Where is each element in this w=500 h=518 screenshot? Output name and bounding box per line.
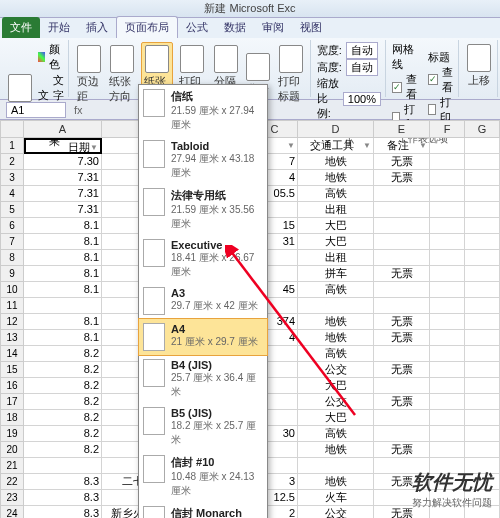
col-header[interactable]: A xyxy=(24,120,102,138)
cell[interactable]: 出租 xyxy=(298,250,374,266)
cell[interactable]: 8.3 xyxy=(24,474,102,490)
cell[interactable]: 8.2 xyxy=(24,426,102,442)
row-header[interactable]: 16 xyxy=(0,378,24,394)
cell[interactable]: 日期▼ xyxy=(24,138,102,154)
name-box[interactable]: A1 xyxy=(6,102,66,118)
row-header[interactable]: 6 xyxy=(0,218,24,234)
width-select[interactable]: 自动 xyxy=(346,42,378,59)
pagesize-option[interactable]: 信封 Monarch9.84 厘米 x 19.05 厘米 xyxy=(139,502,267,518)
row-header[interactable]: 13 xyxy=(0,330,24,346)
pagesize-option[interactable]: B4 (JIS)25.7 厘米 x 36.4 厘米 xyxy=(139,355,267,403)
colors-button[interactable]: 颜色 xyxy=(38,42,64,72)
row-header[interactable]: 10 xyxy=(0,282,24,298)
cell[interactable] xyxy=(430,410,465,426)
cell[interactable]: 无票 xyxy=(374,394,430,410)
pagesize-option[interactable]: Tabloid27.94 厘米 x 43.18 厘米 xyxy=(139,136,267,184)
cell[interactable]: 高铁 xyxy=(298,346,374,362)
cell[interactable] xyxy=(465,378,500,394)
cell[interactable]: 8.1 xyxy=(24,282,102,298)
col-header[interactable]: E xyxy=(374,120,430,138)
gridlines-view-check[interactable]: ✓ xyxy=(392,82,402,93)
tab-insert[interactable]: 插入 xyxy=(78,17,116,38)
cell[interactable]: 公交 xyxy=(298,394,374,410)
cell[interactable] xyxy=(465,154,500,170)
cell[interactable]: 大巴 xyxy=(298,234,374,250)
cell[interactable]: 公交 xyxy=(298,506,374,518)
cell[interactable]: 8.3 xyxy=(24,506,102,518)
cell[interactable]: 火车 xyxy=(298,490,374,506)
tab-pagelayout[interactable]: 页面布局 xyxy=(116,16,178,38)
cell[interactable]: 公交 xyxy=(298,362,374,378)
pagesize-option[interactable]: 法律专用纸21.59 厘米 x 35.56 厘米 xyxy=(139,184,267,235)
cell[interactable] xyxy=(465,250,500,266)
cell[interactable] xyxy=(430,394,465,410)
cell[interactable]: 出租 xyxy=(298,202,374,218)
orientation-button[interactable]: 纸张方向 xyxy=(107,43,137,106)
cell[interactable] xyxy=(465,202,500,218)
cell[interactable] xyxy=(430,250,465,266)
tab-home[interactable]: 开始 xyxy=(40,17,78,38)
row-header[interactable]: 19 xyxy=(0,426,24,442)
cell[interactable] xyxy=(430,426,465,442)
cell[interactable]: 8.2 xyxy=(24,394,102,410)
cell[interactable] xyxy=(465,410,500,426)
tab-file[interactable]: 文件 xyxy=(2,17,40,38)
cell[interactable] xyxy=(374,426,430,442)
cell[interactable] xyxy=(465,170,500,186)
cell[interactable]: 地铁 xyxy=(298,474,374,490)
cell[interactable] xyxy=(374,234,430,250)
col-header[interactable]: F xyxy=(430,120,465,138)
cell[interactable]: 无票 xyxy=(374,442,430,458)
cell[interactable] xyxy=(465,234,500,250)
cell[interactable]: 大巴 xyxy=(298,378,374,394)
cell[interactable]: 8.1 xyxy=(24,218,102,234)
scale-input[interactable]: 100% xyxy=(343,92,381,106)
pagesize-option[interactable]: 信纸21.59 厘米 x 27.94 厘米 xyxy=(139,85,267,136)
tab-formulas[interactable]: 公式 xyxy=(178,17,216,38)
pagesize-option[interactable]: B5 (JIS)18.2 厘米 x 25.7 厘米 xyxy=(139,403,267,451)
cell[interactable] xyxy=(465,394,500,410)
fx-icon[interactable]: fx xyxy=(74,104,83,116)
cell[interactable]: 8.1 xyxy=(24,314,102,330)
cell[interactable]: 8.2 xyxy=(24,362,102,378)
cell[interactable] xyxy=(374,378,430,394)
cell[interactable]: 8.1 xyxy=(24,330,102,346)
cell[interactable] xyxy=(465,266,500,282)
cell[interactable] xyxy=(24,458,102,474)
cell[interactable]: 地铁 xyxy=(298,314,374,330)
cell[interactable] xyxy=(430,186,465,202)
arrange-button[interactable]: 上移 xyxy=(465,42,493,90)
cell[interactable] xyxy=(430,314,465,330)
cell[interactable] xyxy=(430,154,465,170)
cell[interactable] xyxy=(374,186,430,202)
pagesize-option[interactable]: Executive18.41 厘米 x 26.67 厘米 xyxy=(139,235,267,283)
cell[interactable] xyxy=(465,218,500,234)
cell[interactable]: 大巴 xyxy=(298,218,374,234)
row-header[interactable]: 8 xyxy=(0,250,24,266)
cell[interactable]: 无票 xyxy=(374,266,430,282)
cell[interactable] xyxy=(374,298,430,314)
cell[interactable] xyxy=(374,202,430,218)
cell[interactable] xyxy=(430,298,465,314)
cell[interactable] xyxy=(374,218,430,234)
cell[interactable] xyxy=(430,362,465,378)
cell[interactable] xyxy=(430,234,465,250)
cell[interactable]: 地铁 xyxy=(298,442,374,458)
cell[interactable]: 8.3 xyxy=(24,490,102,506)
cell[interactable] xyxy=(430,138,465,154)
cell[interactable]: 8.2 xyxy=(24,410,102,426)
cell[interactable]: 地铁 xyxy=(298,170,374,186)
cell[interactable] xyxy=(465,282,500,298)
cell[interactable] xyxy=(374,282,430,298)
cell[interactable]: 地铁 xyxy=(298,330,374,346)
row-header[interactable]: 14 xyxy=(0,346,24,362)
cell[interactable] xyxy=(430,330,465,346)
cell[interactable] xyxy=(430,266,465,282)
cell[interactable]: 7.31 xyxy=(24,202,102,218)
pagesize-option[interactable]: A421 厘米 x 29.7 厘米 xyxy=(138,318,268,356)
cell[interactable] xyxy=(430,202,465,218)
cell[interactable] xyxy=(465,362,500,378)
row-header[interactable]: 22 xyxy=(0,474,24,490)
row-header[interactable]: 17 xyxy=(0,394,24,410)
cell[interactable]: 交通工具▼ xyxy=(298,138,374,154)
